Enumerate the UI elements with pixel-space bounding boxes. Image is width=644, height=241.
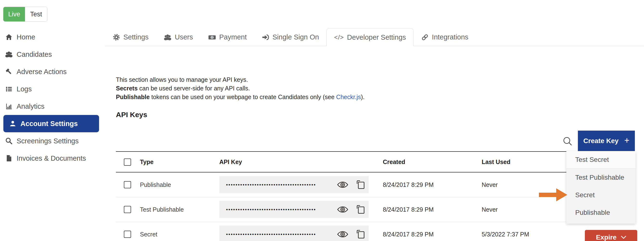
- create-key-button[interactable]: Create Key +: [578, 130, 635, 151]
- tab-payment[interactable]: 0 Payment: [200, 28, 254, 46]
- search-icon[interactable]: [562, 136, 573, 146]
- tab-users[interactable]: Users: [156, 28, 200, 46]
- plus-icon: +: [624, 136, 629, 146]
- home-icon: [5, 33, 13, 41]
- header-type: Type: [140, 152, 154, 172]
- header-last-used: Last Used: [482, 152, 510, 172]
- users-icon: [164, 34, 172, 41]
- created-value: 8/24/2017 8:29 PM: [383, 197, 434, 222]
- environment-toggle: Live Test: [3, 7, 47, 22]
- table-row: Secret •••••••••••••••••••••••••••••••••…: [116, 222, 636, 241]
- sidebar-item-analytics[interactable]: Analytics: [0, 98, 101, 115]
- tab-settings[interactable]: Settings: [105, 28, 156, 46]
- row-checkbox[interactable]: [124, 181, 131, 188]
- reveal-key-eye-icon[interactable]: [337, 230, 348, 239]
- created-value: 8/24/2017 8:29 PM: [383, 222, 434, 241]
- bar-chart-icon: [5, 102, 13, 110]
- key-mask: ••••••••••••••••••••••••••••••••••••••: [226, 201, 316, 218]
- key-type: Secret: [140, 222, 157, 241]
- test-toggle-button[interactable]: Test: [25, 7, 47, 22]
- key-mask: ••••••••••••••••••••••••••••••••••••••: [226, 226, 316, 241]
- menu-item-publishable[interactable]: Publishable: [566, 204, 636, 221]
- banknote-icon: 0: [208, 34, 216, 41]
- tab-single-sign-on[interactable]: Single Sign On: [254, 28, 326, 46]
- sidebar-item-candidates[interactable]: Candidates: [0, 46, 101, 63]
- sidebar-item-account-settings[interactable]: Account Settings: [3, 115, 99, 132]
- sidebar-item-adverse-actions[interactable]: Adverse Actions: [0, 63, 101, 80]
- select-all-checkbox[interactable]: [124, 158, 131, 166]
- gavel-icon: [5, 68, 13, 76]
- tab-developer-settings[interactable]: </> Developer Settings: [326, 28, 414, 46]
- file-icon: [5, 154, 13, 162]
- key-mask: ••••••••••••••••••••••••••••••••••••••: [226, 176, 316, 193]
- live-toggle-button[interactable]: Live: [3, 7, 25, 22]
- masked-api-key-field: ••••••••••••••••••••••••••••••••••••••: [219, 176, 369, 193]
- magnifier-icon: [5, 137, 13, 145]
- description-line-2: Secrets can be used server-side for any …: [116, 84, 364, 92]
- copy-key-icon[interactable]: [356, 204, 365, 216]
- table-header-row: Type API Key Created Last Used: [116, 152, 636, 172]
- row-checkbox[interactable]: [124, 231, 131, 238]
- copy-key-icon[interactable]: [356, 229, 365, 240]
- masked-api-key-field: ••••••••••••••••••••••••••••••••••••••: [219, 201, 369, 218]
- tab-integrations[interactable]: Integrations: [414, 28, 476, 46]
- menu-item-test-publishable[interactable]: Test Publishable: [566, 168, 636, 186]
- header-created: Created: [383, 152, 405, 172]
- last-used-value: 5/3/2022 7:37 PM: [482, 222, 529, 241]
- masked-api-key-field: ••••••••••••••••••••••••••••••••••••••: [219, 226, 369, 241]
- reveal-key-eye-icon[interactable]: [337, 181, 348, 190]
- sidebar-item-screenings-settings[interactable]: Screenings Settings: [0, 132, 101, 150]
- menu-item-secret[interactable]: Secret: [566, 186, 636, 204]
- section-description: This section allows you to manage your A…: [116, 75, 364, 101]
- link-icon: [421, 34, 429, 41]
- code-icon: </>: [334, 34, 344, 41]
- developer-settings-page: Live Test Home Candidates Adverse Action…: [0, 0, 644, 241]
- key-type: Test Publishable: [140, 197, 184, 222]
- list-icon: [5, 85, 13, 93]
- last-used-value: Never: [482, 172, 498, 197]
- svg-text:0: 0: [211, 36, 213, 39]
- key-type: Publishable: [140, 172, 171, 197]
- row-checkbox[interactable]: [124, 206, 131, 213]
- expire-button[interactable]: Expire: [585, 230, 637, 241]
- page-title: API Keys: [116, 111, 147, 119]
- last-used-value: Never: [482, 197, 498, 222]
- checkr-js-link[interactable]: Checkr.js: [336, 94, 361, 100]
- reveal-key-eye-icon[interactable]: [337, 206, 348, 214]
- chevron-down-icon: [621, 236, 626, 239]
- sidebar-item-invoices-documents[interactable]: Invoices & Documents: [0, 150, 101, 167]
- settings-tab-bar: Settings Users 0 Payment Single Sign On …: [105, 28, 644, 46]
- users-icon: [5, 50, 13, 58]
- gear-icon: [112, 34, 120, 41]
- description-line-3: Publishable tokens can be used on your w…: [116, 92, 364, 101]
- sign-in-icon: [262, 34, 269, 41]
- sidebar-item-home[interactable]: Home: [0, 28, 101, 46]
- header-api-key: API Key: [219, 152, 242, 172]
- create-key-menu: Test Secret Test Publishable Secret Publ…: [566, 151, 636, 224]
- created-value: 8/24/2017 8:29 PM: [383, 172, 434, 197]
- description-line-1: This section allows you to manage your A…: [116, 75, 364, 84]
- sidebar: Home Candidates Adverse Actions Logs Ana…: [0, 28, 101, 167]
- copy-key-icon[interactable]: [356, 180, 365, 191]
- sidebar-item-logs[interactable]: Logs: [0, 80, 101, 98]
- person-icon: [9, 120, 17, 127]
- menu-item-test-secret[interactable]: Test Secret: [566, 151, 636, 168]
